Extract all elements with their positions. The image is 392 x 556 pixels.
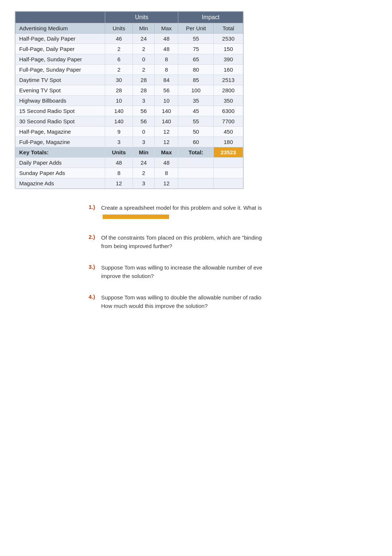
cell-max: 48	[155, 34, 178, 44]
cell-medium: Highway Billboards	[16, 96, 105, 106]
summary-row: Magazine Ads 12 3 12	[16, 178, 243, 189]
cell-total: 6300	[214, 106, 243, 116]
key-totals-total-value: 23523	[214, 147, 243, 158]
cell-total: 180	[214, 137, 243, 147]
cell-per-unit: 55	[178, 34, 214, 44]
question-text: Suppose Tom was willing to increase the …	[101, 264, 262, 280]
cell-medium: Evening TV Spot	[16, 85, 105, 96]
question-number: 4.)	[89, 294, 100, 300]
cell-max: 8	[155, 168, 178, 178]
subheader-medium: Advertising Medium	[16, 23, 105, 34]
key-totals-label: Key Totals:	[16, 147, 105, 158]
cell-per-unit: 35	[178, 96, 214, 106]
cell-min: 3	[133, 178, 155, 189]
key-totals-min: Min	[133, 147, 155, 158]
cell-total: 160	[214, 65, 243, 75]
cell-per-unit: 55	[178, 116, 214, 127]
cell-total: 450	[214, 127, 243, 137]
cell-min: 28	[133, 75, 155, 85]
cell-per-unit: 100	[178, 85, 214, 96]
cell-total	[214, 158, 243, 168]
question-text: Create a spreadsheet model for this prob…	[101, 204, 303, 220]
cell-units: 6	[105, 54, 133, 65]
cell-per-unit: 45	[178, 106, 214, 116]
cell-units: 46	[105, 34, 133, 44]
cell-units: 30	[105, 75, 133, 85]
summary-row: Sunday Paper Ads 8 2 8	[16, 168, 243, 178]
subheader-total: Total	[214, 23, 243, 34]
cell-per-unit: 80	[178, 65, 214, 75]
question-4: 4.)Suppose Tom was willing to double the…	[89, 294, 303, 310]
cell-units: 2	[105, 44, 133, 54]
header-units: Units	[105, 12, 178, 23]
table-row: Full-Page, Magazine 3 3 12 60 180	[16, 137, 243, 147]
cell-units: 3	[105, 137, 133, 147]
cell-medium: Daily Paper Adds	[16, 158, 105, 168]
cell-per-unit: 60	[178, 137, 214, 147]
cell-max: 12	[155, 127, 178, 137]
cell-min: 24	[133, 158, 155, 168]
question-number: 3.)	[89, 264, 100, 270]
cell-min: 2	[133, 65, 155, 75]
cell-total: 2513	[214, 75, 243, 85]
cell-medium: Full-Page, Daily Paper	[16, 44, 105, 54]
cell-units: 28	[105, 85, 133, 96]
cell-total: 390	[214, 54, 243, 65]
table-row: Half-Page, Sunday Paper 6 0 8 65 390	[16, 54, 243, 65]
cell-per-unit	[178, 158, 214, 168]
cell-per-unit: 50	[178, 127, 214, 137]
cell-units: 48	[105, 158, 133, 168]
cell-units: 10	[105, 96, 133, 106]
cell-total: 2530	[214, 34, 243, 44]
cell-medium: Full-Page, Magazine	[16, 137, 105, 147]
cell-medium: Daytime TV Spot	[16, 75, 105, 85]
cell-total	[214, 168, 243, 178]
cell-max: 48	[155, 44, 178, 54]
cell-medium: 15 Second Radio Spot	[16, 106, 105, 116]
cell-min: 56	[133, 106, 155, 116]
cell-total	[214, 178, 243, 189]
key-totals-total-label: Total:	[178, 147, 214, 158]
table-row: Evening TV Spot 28 28 56 100 2800	[16, 85, 243, 96]
cell-total: 150	[214, 44, 243, 54]
question-1: 1.)Create a spreadsheet model for this p…	[89, 204, 303, 220]
subheader-units: Units	[105, 23, 133, 34]
table-row: Full-Page, Daily Paper 2 2 48 75 150	[16, 44, 243, 54]
cell-min: 3	[133, 137, 155, 147]
key-totals-max: Max	[155, 147, 178, 158]
cell-units: 9	[105, 127, 133, 137]
subheader-min: Min	[133, 23, 155, 34]
cell-per-unit	[178, 168, 214, 178]
question-3: 3.)Suppose Tom was willing to increase t…	[89, 264, 303, 280]
cell-units: 12	[105, 178, 133, 189]
cell-min: 0	[133, 127, 155, 137]
cell-max: 12	[155, 178, 178, 189]
question-number: 2.)	[89, 234, 100, 240]
cell-units: 8	[105, 168, 133, 178]
cell-units: 140	[105, 116, 133, 127]
cell-max: 140	[155, 106, 178, 116]
cell-total: 7700	[214, 116, 243, 127]
table-row: Full-Page, Sunday Paper 2 2 8 80 160	[16, 65, 243, 75]
cell-max: 8	[155, 65, 178, 75]
cell-medium: Full-Page, Sunday Paper	[16, 65, 105, 75]
cell-max: 56	[155, 85, 178, 96]
cell-min: 2	[133, 44, 155, 54]
cell-max: 8	[155, 54, 178, 65]
table-row: 30 Second Radio Spot 140 56 140 55 7700	[16, 116, 243, 127]
header-impact: Impact	[178, 12, 243, 23]
cell-min: 3	[133, 96, 155, 106]
cell-medium: 30 Second Radio Spot	[16, 116, 105, 127]
cell-min: 0	[133, 54, 155, 65]
questions-section: 1.)Create a spreadsheet model for this p…	[89, 204, 303, 310]
key-totals-units: Units	[105, 147, 133, 158]
redacted-text	[103, 214, 169, 219]
summary-row: Daily Paper Adds 48 24 48	[16, 158, 243, 168]
cell-medium: Half-Page, Sunday Paper	[16, 54, 105, 65]
advertising-table: Units Impact Advertising Medium Units Mi…	[15, 11, 244, 189]
subheader-per-unit: Per Unit	[178, 23, 214, 34]
table-row: Highway Billboards 10 3 10 35 350	[16, 96, 243, 106]
header-empty-cell	[16, 12, 105, 23]
cell-min: 24	[133, 34, 155, 44]
cell-per-unit: 85	[178, 75, 214, 85]
